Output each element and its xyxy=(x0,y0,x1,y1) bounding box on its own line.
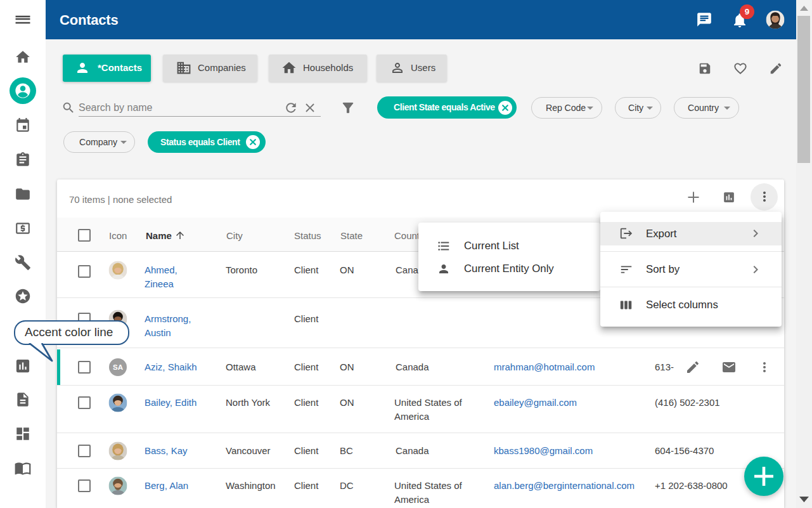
svg-text:SA: SA xyxy=(113,363,123,371)
